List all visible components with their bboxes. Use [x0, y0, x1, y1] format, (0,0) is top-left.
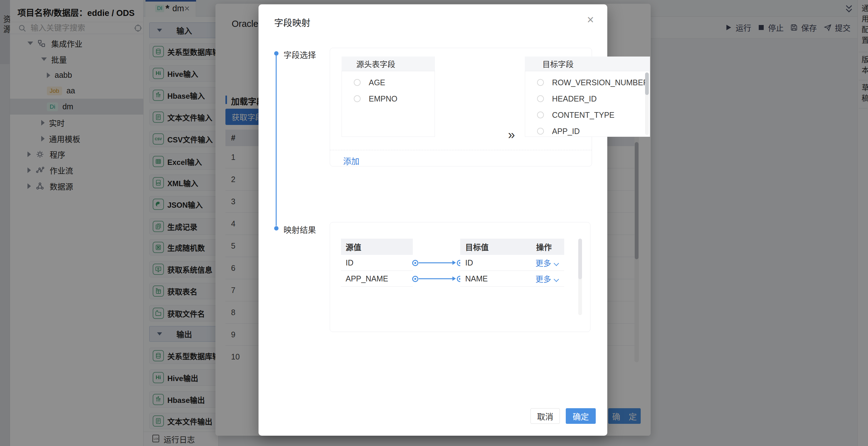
connector-line — [419, 262, 455, 263]
chevron-down-icon — [554, 261, 559, 266]
radio-icon[interactable] — [537, 112, 544, 118]
source-fields-list: AGE EMPNO — [342, 71, 435, 137]
connector-line — [419, 278, 455, 279]
scrollbar-thumb[interactable] — [645, 72, 649, 95]
radio-icon[interactable] — [537, 79, 544, 86]
modal-close-icon[interactable]: × — [587, 14, 594, 26]
step-field-select-label: 字段选择 — [283, 49, 316, 60]
mapping-source-cell: ID — [341, 255, 413, 271]
connector-arrow-icon — [453, 261, 456, 265]
action-col-header: 操作 — [536, 241, 552, 252]
connector-source-ring[interactable] — [412, 276, 418, 282]
target-fields-list: ROW_VERSION_NUMBER HEADER_ID CONTENT_TYP… — [525, 71, 650, 137]
step-mapping-result-label: 映射结果 — [283, 224, 316, 235]
divider — [330, 150, 592, 150]
source-field-option[interactable]: AGE — [346, 74, 385, 91]
connector-arrow-icon — [453, 276, 456, 281]
cancel-button[interactable]: 取消 — [530, 408, 560, 424]
scrollbar-thumb[interactable] — [578, 239, 582, 279]
radio-icon[interactable] — [354, 79, 361, 86]
target-field-option[interactable]: APP_ID — [529, 123, 580, 139]
move-right-icon[interactable]: » — [508, 128, 515, 142]
connector-source-ring[interactable] — [412, 260, 418, 266]
mapping-source-cell: APP_NAME — [341, 271, 413, 287]
field-mapping-modal: 字段映射 × 字段选择 映射结果 源头表字段 AGE EMPNO » 目标字段 … — [258, 4, 607, 436]
source-fields-header: 源头表字段 — [342, 57, 435, 71]
more-dropdown[interactable]: 更多 — [535, 273, 557, 284]
chevron-down-icon — [554, 277, 559, 282]
target-field-option[interactable]: ROW_VERSION_NUMBER — [529, 74, 649, 91]
target-field-option[interactable]: HEADER_ID — [529, 91, 597, 107]
mapping-target-cell: NAME 更多 — [460, 271, 564, 287]
app-screen: 资源 项目名称/数据层：eddie / ODS 集成作业 批量 aabb — [0, 0, 868, 446]
mapping-result-panel: 源值 ID APP_NAME 目标值 操作 ID 更多 NAME 更多 — [330, 222, 590, 332]
modal-title: 字段映射 — [274, 16, 310, 29]
radio-icon[interactable] — [537, 95, 544, 102]
radio-icon[interactable] — [354, 95, 361, 102]
confirm-button[interactable]: 确定 — [566, 408, 596, 424]
radio-icon[interactable] — [537, 128, 544, 135]
field-select-panel: 源头表字段 AGE EMPNO » 目标字段 ROW_VERSION_NUMBE… — [330, 48, 592, 167]
add-mapping-link[interactable]: 添加 — [343, 155, 360, 167]
step-dot — [274, 226, 279, 231]
source-col-header: 源值 — [341, 239, 413, 255]
more-dropdown[interactable]: 更多 — [535, 257, 557, 268]
target-field-option[interactable]: CONTENT_TYPE — [529, 107, 615, 123]
step-connector-line — [276, 54, 277, 226]
source-field-option[interactable]: EMPNO — [346, 91, 398, 107]
mapping-target-cell: ID 更多 — [460, 255, 564, 271]
target-col-header: 目标值 操作 — [460, 239, 564, 255]
target-fields-header: 目标字段 — [525, 57, 650, 71]
